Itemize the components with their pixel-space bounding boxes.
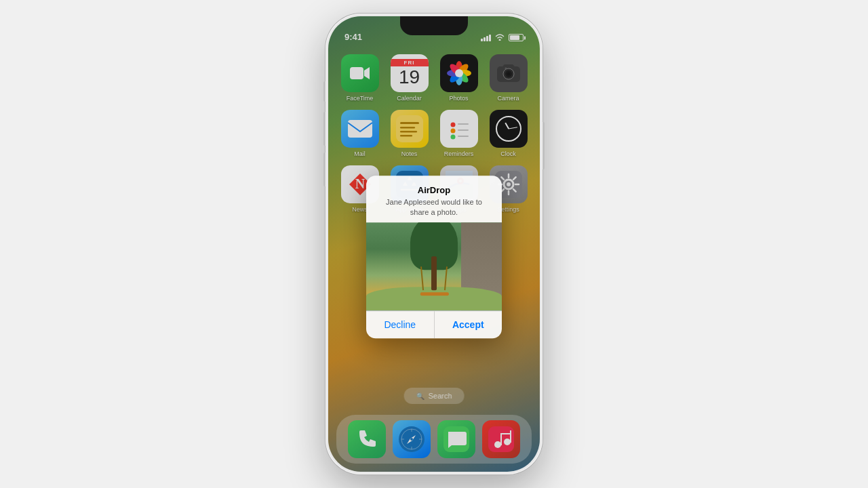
airdrop-title: AirDrop [376, 185, 492, 195]
airdrop-header: AirDrop Jane Appleseed would like to sha… [366, 176, 502, 222]
phone-screen: 9:41 [328, 16, 540, 472]
airdrop-actions: Decline Accept [366, 310, 502, 338]
volume-down-button [323, 152, 326, 186]
accept-button[interactable]: Accept [435, 311, 502, 338]
decline-button[interactable]: Decline [366, 311, 435, 338]
power-button [542, 122, 545, 169]
airdrop-preview-image [366, 222, 502, 310]
airdrop-overlay: AirDrop Jane Appleseed would like to sha… [328, 16, 540, 472]
silent-switch [323, 81, 326, 102]
volume-up-button [323, 112, 326, 146]
phone-device: 9:41 [326, 14, 542, 474]
airdrop-popup: AirDrop Jane Appleseed would like to sha… [366, 176, 502, 338]
airdrop-message: Jane Appleseed would like to share a pho… [376, 197, 492, 218]
